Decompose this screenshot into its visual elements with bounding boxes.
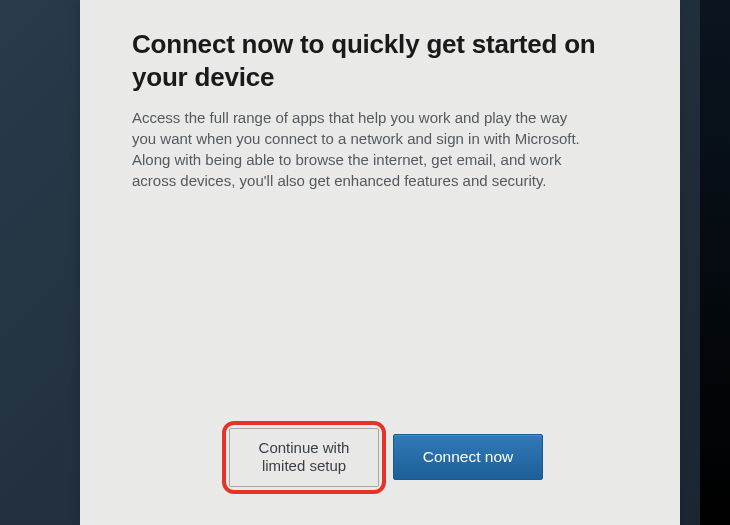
connect-now-button[interactable]: Connect now bbox=[393, 434, 543, 480]
button-row: Continue with limited setup Connect now bbox=[132, 428, 640, 506]
continue-limited-setup-button[interactable]: Continue with limited setup bbox=[229, 428, 379, 488]
button-label-line2: limited setup bbox=[262, 457, 346, 474]
dialog-description: Access the full range of apps that help … bbox=[132, 107, 592, 191]
dialog-heading: Connect now to quickly get started on yo… bbox=[132, 28, 640, 93]
spacer bbox=[132, 191, 640, 428]
photo-edge bbox=[700, 0, 730, 525]
button-label-line1: Continue with bbox=[259, 439, 350, 456]
setup-dialog: Connect now to quickly get started on yo… bbox=[80, 0, 680, 525]
